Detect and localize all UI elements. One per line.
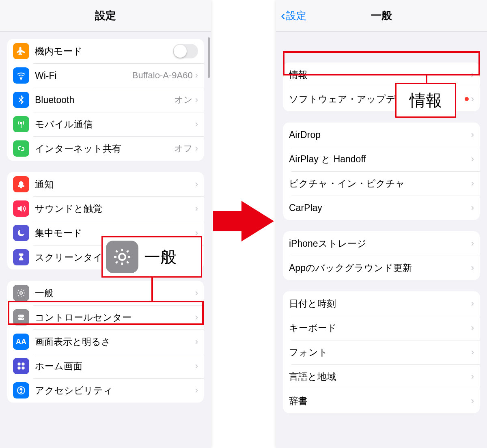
row-sounds[interactable]: サウンドと触覚 › — [7, 196, 204, 221]
row-cellular[interactable]: モバイル通信 › — [7, 112, 204, 136]
row-label: コントロールセンター — [35, 311, 195, 324]
chevron-right-icon: › — [471, 239, 474, 248]
speaker-icon — [13, 200, 29, 217]
general-group-storage: iPhoneストレージ › Appのバックグラウンド更新 › — [283, 231, 480, 280]
row-label: iPhoneストレージ — [289, 237, 471, 250]
chevron-right-icon: › — [471, 348, 474, 357]
airplane-icon — [13, 43, 29, 59]
row-fonts[interactable]: フォント › — [283, 340, 480, 364]
row-display[interactable]: AA 画面表示と明るさ › — [7, 330, 204, 354]
row-label: フォント — [289, 346, 471, 359]
general-group-locale: 日付と時刻 › キーボード › フォント › 言語と地域 › 辞書 › — [283, 291, 480, 413]
chevron-right-icon: › — [471, 299, 474, 308]
back-button[interactable]: ‹ 設定 — [281, 0, 306, 31]
row-accessibility[interactable]: アクセシビリティ › — [7, 378, 204, 403]
row-home[interactable]: ホーム画面 › — [7, 354, 204, 378]
row-label: Wi-Fi — [35, 70, 132, 81]
row-label: キーボード — [289, 322, 471, 334]
moon-icon — [13, 225, 29, 241]
update-badge-icon — [465, 97, 469, 101]
chevron-right-icon: › — [471, 372, 474, 381]
row-label: インターネット共有 — [35, 142, 174, 155]
row-airplane[interactable]: 機内モード — [7, 39, 204, 63]
row-label: 言語と地域 — [289, 370, 471, 383]
row-airdrop[interactable]: AirDrop › — [283, 123, 480, 147]
chevron-right-icon: › — [471, 70, 474, 79]
svg-point-15 — [20, 388, 22, 389]
chevron-right-icon: › — [471, 155, 474, 164]
svg-point-0 — [21, 78, 22, 80]
chevron-right-icon: › — [195, 337, 198, 346]
chevron-right-icon: › — [195, 362, 198, 370]
svg-point-1 — [20, 122, 22, 124]
general-screen: ‹ 設定 一般 情報 › ソフトウェア・アップデート › AirDrop › A… — [276, 0, 487, 448]
general-header: ‹ 設定 一般 — [276, 0, 487, 32]
hourglass-icon — [13, 249, 29, 265]
switches-icon — [13, 309, 29, 325]
row-language[interactable]: 言語と地域 › — [283, 364, 480, 389]
svg-point-16 — [119, 254, 125, 260]
chevron-right-icon: › — [471, 179, 474, 188]
svg-point-8 — [19, 315, 20, 317]
chevron-right-icon: › — [195, 95, 198, 104]
row-label: AirPlay と Handoff — [289, 153, 471, 166]
row-dictionary[interactable]: 辞書 › — [283, 389, 480, 413]
chevron-right-icon: › — [195, 180, 198, 189]
row-label: Appのバックグラウンド更新 — [289, 262, 471, 274]
row-carplay[interactable]: CarPlay › — [283, 196, 480, 220]
chevron-right-icon: › — [195, 313, 198, 322]
svg-rect-10 — [18, 363, 20, 365]
row-hotspot[interactable]: インターネット共有 オフ › — [7, 136, 204, 161]
chevron-left-icon: ‹ — [281, 8, 285, 22]
chevron-right-icon: › — [195, 289, 198, 297]
settings-screen: 設定 機内モード Wi-Fi Buffalo-A-9A60 › — [0, 0, 211, 448]
row-controlcenter[interactable]: コントロールセンター › — [7, 305, 204, 330]
chevron-right-icon: › — [471, 203, 474, 212]
row-datetime[interactable]: 日付と時刻 › — [283, 291, 480, 316]
airplane-toggle[interactable] — [173, 44, 198, 58]
bell-icon — [13, 176, 29, 192]
row-bgrefresh[interactable]: Appのバックグラウンド更新 › — [283, 256, 480, 280]
row-keyboard[interactable]: キーボード › — [283, 316, 480, 340]
settings-content: 機内モード Wi-Fi Buffalo-A-9A60 › Bluetooth オ… — [0, 32, 211, 403]
row-bluetooth[interactable]: Bluetooth オン › — [7, 88, 204, 112]
row-general[interactable]: 一般 › — [7, 281, 204, 305]
row-label: アクセシビリティ — [35, 384, 195, 397]
row-wifi[interactable]: Wi-Fi Buffalo-A-9A60 › — [7, 63, 204, 88]
callout-text: 一般 — [144, 246, 185, 268]
wifi-icon — [13, 67, 29, 84]
gear-icon — [106, 241, 138, 273]
row-airplay[interactable]: AirPlay と Handoff › — [283, 147, 480, 171]
bluetooth-value: オン — [174, 94, 193, 106]
connector-line — [151, 278, 153, 301]
svg-rect-13 — [22, 367, 24, 369]
wifi-value: Buffalo-A-9A60 — [132, 70, 193, 81]
row-storage[interactable]: iPhoneストレージ › — [283, 231, 480, 256]
settings-group-connectivity: 機内モード Wi-Fi Buffalo-A-9A60 › Bluetooth オ… — [7, 39, 204, 161]
row-label: 一般 — [35, 287, 195, 299]
chevron-right-icon: › — [195, 386, 198, 395]
row-label: 情報 — [289, 69, 471, 81]
back-label: 設定 — [286, 9, 306, 22]
chevron-right-icon: › — [471, 130, 474, 139]
chevron-right-icon: › — [195, 71, 198, 80]
accessibility-icon — [13, 382, 29, 398]
row-notifications[interactable]: 通知 › — [7, 172, 204, 196]
svg-marker-17 — [213, 201, 274, 241]
aa-icon: AA — [13, 334, 29, 350]
chevron-right-icon: › — [195, 204, 198, 213]
bluetooth-icon — [13, 92, 29, 108]
general-group-airplay: AirDrop › AirPlay と Handoff › ピクチャ・イン・ピク… — [283, 123, 480, 220]
row-pip[interactable]: ピクチャ・イン・ピクチャ › — [283, 171, 480, 196]
grid-icon — [13, 358, 29, 374]
arrow-icon — [213, 199, 274, 243]
svg-point-4 — [20, 187, 22, 188]
row-label: ホーム画面 — [35, 360, 195, 373]
hotspot-value: オフ — [174, 142, 193, 155]
scrollbar[interactable] — [208, 37, 210, 78]
chevron-right-icon: › — [471, 95, 474, 103]
settings-group-general: 一般 › コントロールセンター › AA 画面表示と明るさ › ホーム画面 — [7, 281, 204, 403]
row-label: 辞書 — [289, 395, 471, 407]
svg-rect-2 — [19, 181, 23, 186]
row-label: モバイル通信 — [35, 118, 195, 131]
